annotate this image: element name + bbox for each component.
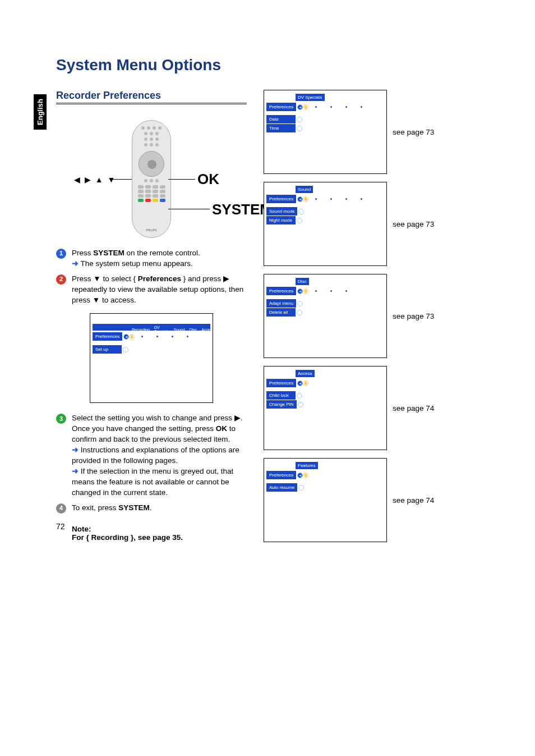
step-number-1: 1 bbox=[56, 249, 66, 259]
step3-result2: If the selection in the menu is greyed o… bbox=[72, 467, 233, 497]
step2-text: Press bbox=[72, 274, 93, 283]
menu-item-circle-icon bbox=[297, 310, 302, 315]
note-block: Note: For { Recording }, see page 35. bbox=[56, 525, 247, 542]
remote-body: PHILIPS bbox=[132, 120, 171, 238]
page-number: 72 bbox=[56, 522, 65, 531]
menu-screen-sound: Sound Preferences ◀ ⦿ Sound mode Night m… bbox=[264, 182, 387, 266]
note-body: For { Recording }, see page 35. bbox=[72, 533, 183, 542]
selected-header: Sound bbox=[296, 186, 313, 193]
section-heading: Recorder Preferences bbox=[56, 90, 247, 104]
step2-text2: to select { bbox=[101, 274, 138, 283]
menu-item-circle-icon bbox=[123, 347, 128, 352]
step2-text3: } and press bbox=[181, 274, 223, 283]
menu-item: Night mode bbox=[266, 216, 296, 224]
right-arrow-icon: ▶ bbox=[223, 274, 229, 283]
step1-text2: on the remote control. bbox=[124, 249, 200, 257]
step-number-3: 3 bbox=[56, 414, 66, 424]
menu-screen-recording: Recording DV Specials Sound Disc Access … bbox=[90, 313, 213, 403]
selected-col-icon: ⦿ bbox=[303, 104, 308, 110]
menu-entry-sound: Sound Preferences ◀ ⦿ Sound mode Night m… bbox=[264, 182, 488, 266]
see-page-ref: see page 74 bbox=[393, 496, 434, 505]
see-page-ref: see page 73 bbox=[393, 312, 434, 320]
selected-header: Features bbox=[296, 462, 318, 469]
menu-item: Delete all bbox=[266, 308, 296, 317]
preferences-row: Preferences bbox=[266, 379, 296, 387]
step-3: 3 Select the setting you wish to change … bbox=[56, 413, 247, 498]
result-arrow-icon: ➜ bbox=[72, 259, 79, 268]
menu-item: Time bbox=[266, 124, 296, 132]
selected-col-icon: ⦿ bbox=[303, 288, 308, 294]
down-arrow-icon: ▼ bbox=[93, 296, 100, 304]
menu-item: Change PIN bbox=[266, 400, 297, 409]
preferences-row: Preferences bbox=[266, 103, 296, 111]
col-sound: Sound bbox=[172, 327, 186, 332]
col-disc: Disc bbox=[188, 327, 199, 332]
menu-item-circle-icon bbox=[298, 209, 304, 214]
menu-item: Date bbox=[266, 115, 296, 123]
callout-line bbox=[168, 209, 210, 209]
menu-item-setup: Set up bbox=[93, 345, 122, 354]
step-4: 4 To exit, press SYSTEM. bbox=[56, 503, 247, 514]
nav-circle-icon: ◀ bbox=[297, 381, 303, 386]
nav-circle-icon: ◀ bbox=[297, 288, 303, 294]
step3-result1: Instructions and explanations of the opt… bbox=[72, 446, 239, 465]
see-page-ref: see page 73 bbox=[393, 128, 434, 136]
menu-item-circle-icon bbox=[297, 126, 302, 131]
selected-col-icon: ⦿ bbox=[303, 381, 308, 386]
step4-text: To exit, press bbox=[72, 503, 118, 512]
menu-entry-disc: Disc Preferences ◀ ⦿ Adapt menu Delete a… bbox=[264, 274, 488, 358]
preferences-row: Preferences bbox=[93, 332, 122, 341]
menu-screen-disc: Disc Preferences ◀ ⦿ Adapt menu Delete a… bbox=[264, 274, 387, 358]
language-tab: English bbox=[34, 94, 47, 130]
menu-entry-features: Features Preferences ◀ ⦿ Auto resume see… bbox=[264, 458, 488, 542]
nav-circle-icon: ◀ bbox=[297, 104, 303, 110]
dot-line bbox=[135, 336, 195, 337]
remote-illustration: ◀ ▶ ▲ ▼ PHILIPS OK bbox=[56, 114, 247, 244]
nav-arrows-callout: ◀ ▶ ▲ ▼ bbox=[74, 175, 116, 184]
step4-system: SYSTEM bbox=[118, 503, 150, 512]
menu-item-circle-icon bbox=[298, 485, 304, 491]
down-arrow-icon: ▼ bbox=[93, 274, 100, 283]
step2-preferences: Preferences bbox=[138, 274, 181, 283]
step-2: 2 Press ▼ to select { Preferences } and … bbox=[56, 274, 247, 306]
see-page-ref: see page 73 bbox=[393, 220, 434, 228]
step-number-2: 2 bbox=[56, 274, 66, 285]
nav-circle-icon: ◀ bbox=[123, 334, 129, 340]
selected-header: DV Specials bbox=[296, 94, 325, 101]
menu-screen-access: Access Preferences ◀ ⦿ Child lock Change… bbox=[264, 366, 387, 450]
step2-text5: to access. bbox=[100, 296, 136, 304]
selected-header: Disc bbox=[296, 278, 309, 285]
step1-text: Press bbox=[72, 249, 93, 257]
menu-item: Adapt menu bbox=[266, 299, 296, 308]
menu-entry-access: Access Preferences ◀ ⦿ Child lock Change… bbox=[264, 366, 488, 450]
preferences-row: Preferences bbox=[266, 471, 296, 479]
system-callout: SYSTEM bbox=[212, 201, 272, 218]
right-arrow-icon: ▶ bbox=[234, 414, 241, 422]
menu-item-circle-icon bbox=[297, 301, 303, 306]
remote-nav-pad bbox=[139, 151, 164, 177]
menu-item: Auto resume bbox=[266, 483, 297, 492]
menu-item-circle-icon bbox=[298, 402, 303, 407]
menu-screen-features: Features Preferences ◀ ⦿ Auto resume bbox=[264, 458, 387, 542]
step1-result: The system setup menu appears. bbox=[79, 259, 193, 268]
step1-system: SYSTEM bbox=[93, 249, 124, 257]
menu-item-circle-icon bbox=[297, 218, 302, 223]
col-recording: Recording bbox=[131, 327, 151, 332]
menu-screen-dvspecials: DV Specials Preferences ◀ ⦿ Date Time bbox=[264, 90, 387, 174]
page-title: System Menu Options bbox=[56, 56, 490, 74]
step4-text2: . bbox=[150, 503, 152, 512]
result-arrow-icon: ➜ bbox=[72, 446, 79, 454]
step3-ok: OK bbox=[216, 424, 227, 433]
selected-col-icon: ⦿ bbox=[303, 196, 308, 202]
preferences-row: Preferences bbox=[266, 195, 296, 203]
menu-item-circle-icon bbox=[297, 117, 302, 122]
callout-line bbox=[168, 179, 195, 180]
result-arrow-icon: ➜ bbox=[72, 467, 79, 475]
menu-item-circle-icon bbox=[297, 393, 302, 398]
menu-item: Child lock bbox=[266, 391, 296, 400]
nav-circle-icon: ◀ bbox=[297, 196, 303, 202]
step3-text: Select the setting you wish to change an… bbox=[72, 414, 234, 422]
selected-col-icon: ⦿ bbox=[129, 334, 135, 340]
col-access: Access bbox=[200, 327, 213, 332]
nav-circle-icon: ◀ bbox=[297, 473, 303, 478]
